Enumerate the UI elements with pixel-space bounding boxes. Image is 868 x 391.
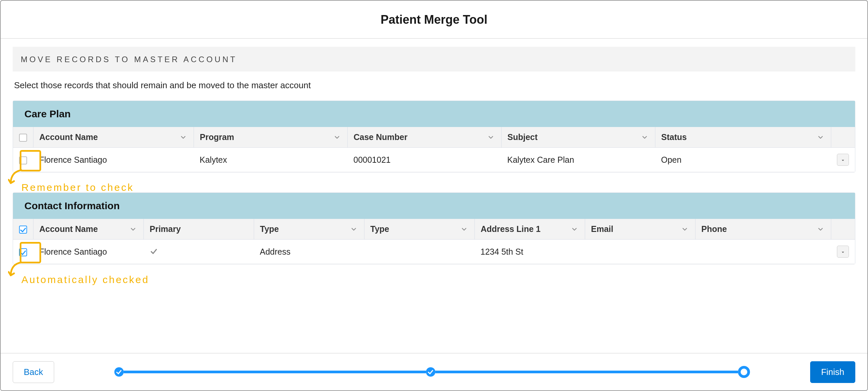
care-plan-title: Care Plan	[13, 101, 855, 127]
cell-type: Address	[254, 239, 364, 264]
progress-step-3	[738, 366, 750, 378]
col-label: Case Number	[354, 132, 408, 142]
col-label: Type	[370, 224, 390, 234]
col-label: Phone	[702, 224, 727, 234]
progress-step-2	[426, 367, 435, 377]
col-label: Account Name	[39, 224, 98, 234]
contact-info-title: Contact Information	[13, 193, 855, 219]
col-type-2[interactable]: Type	[364, 219, 474, 239]
cell-program: Kalytex	[194, 148, 347, 172]
col-account-name[interactable]: Account Name	[33, 127, 194, 148]
col-account-name[interactable]: Account Name	[33, 219, 144, 239]
cell-email	[585, 239, 695, 264]
col-label: Account Name	[39, 132, 98, 142]
row-action-menu[interactable]	[837, 246, 849, 258]
finish-button[interactable]: Finish	[810, 361, 855, 383]
chevron-down-icon	[487, 134, 495, 141]
row-checkbox[interactable]	[19, 248, 27, 256]
col-status[interactable]: Status	[655, 127, 831, 148]
col-label: Address Line 1	[481, 224, 541, 234]
cell-phone	[695, 239, 831, 264]
contact-info-table: Contact Information Account Name Primary	[13, 193, 855, 264]
back-button[interactable]: Back	[13, 361, 54, 383]
chevron-down-icon	[817, 134, 824, 141]
page-title: Patient Merge Tool	[1, 1, 867, 39]
col-type[interactable]: Type	[254, 219, 364, 239]
cell-case-number: 00001021	[347, 148, 501, 172]
section-header: MOVE RECORDS TO MASTER ACCOUNT	[13, 47, 855, 71]
care-plan-table: Care Plan Account Name Program	[13, 101, 855, 172]
cell-subject: Kalytex Care Plan	[501, 148, 655, 172]
chevron-down-icon	[571, 226, 578, 233]
check-icon	[150, 247, 248, 256]
chevron-down-icon	[817, 226, 824, 233]
col-actions	[831, 127, 855, 148]
col-program[interactable]: Program	[194, 127, 347, 148]
cell-type-2	[364, 239, 474, 264]
col-label: Subject	[507, 132, 538, 142]
select-all-checkbox[interactable]	[19, 226, 27, 234]
progress-bar	[124, 370, 426, 373]
cell-primary	[144, 239, 254, 264]
table-row: Florence Santiago Address 1234 5th St	[13, 239, 855, 264]
col-case-number[interactable]: Case Number	[347, 127, 501, 148]
table-header-row: Account Name Program Case Number Subject	[13, 127, 855, 148]
cell-account-name: Florence Santiago	[33, 148, 194, 172]
annotation-auto: Automatically checked	[22, 274, 149, 285]
table-row: Florence Santiago Kalytex 00001021 Kalyt…	[13, 148, 855, 172]
cell-address: 1234 5th St	[474, 239, 585, 264]
progress-step-1	[114, 367, 124, 377]
col-phone[interactable]: Phone	[695, 219, 831, 239]
progress-indicator	[114, 369, 750, 375]
table-header-row: Account Name Primary Type Type	[13, 219, 855, 239]
col-label: Primary	[150, 224, 181, 234]
cell-status: Open	[655, 148, 831, 172]
col-label: Email	[591, 224, 614, 234]
select-all-cell	[13, 219, 33, 239]
select-all-checkbox[interactable]	[19, 134, 27, 142]
chevron-down-icon	[641, 134, 648, 141]
col-label: Type	[260, 224, 279, 234]
col-primary[interactable]: Primary	[144, 219, 254, 239]
col-address[interactable]: Address Line 1	[474, 219, 585, 239]
chevron-down-icon	[460, 226, 468, 233]
col-label: Program	[200, 132, 235, 142]
progress-bar	[435, 370, 738, 373]
footer: Back Finish	[1, 353, 867, 390]
col-subject[interactable]: Subject	[501, 127, 655, 148]
instruction-text: Select those records that should remain …	[13, 71, 855, 101]
row-checkbox[interactable]	[19, 156, 27, 164]
col-actions	[831, 219, 855, 239]
cell-account-name: Florence Santiago	[33, 239, 144, 264]
col-label: Status	[661, 132, 687, 142]
chevron-down-icon	[180, 134, 187, 141]
annotation-text: Automatically checked	[22, 274, 149, 285]
chevron-down-icon	[681, 226, 688, 233]
chevron-down-icon	[350, 226, 358, 233]
chevron-down-icon	[333, 134, 341, 141]
select-all-cell	[13, 127, 33, 148]
row-action-menu[interactable]	[837, 154, 849, 166]
chevron-down-icon	[129, 226, 137, 233]
col-email[interactable]: Email	[585, 219, 695, 239]
